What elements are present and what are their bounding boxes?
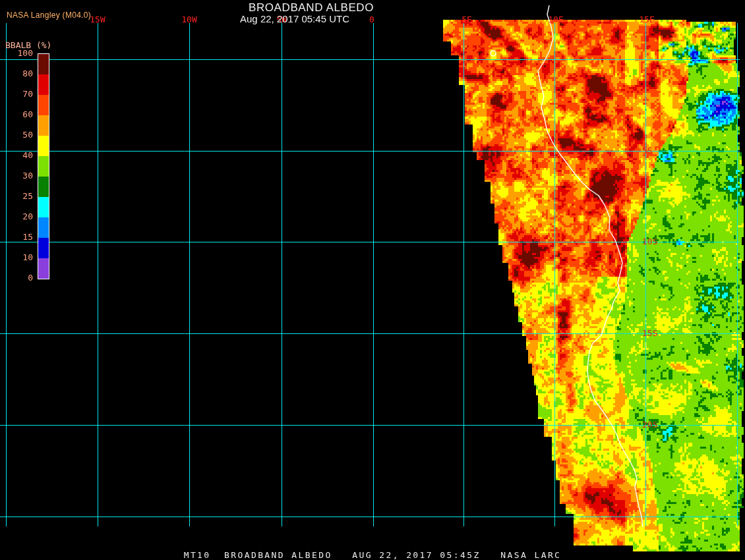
- legend-color-segment-10: [38, 238, 49, 258]
- legend-tick-0: 0: [0, 273, 33, 283]
- legend-tick-60: 60: [0, 109, 33, 119]
- source-version-label: NASA Langley (M04.0): [7, 11, 91, 20]
- legend-color-segment-15: [38, 217, 49, 238]
- albedo-map-canvas: [0, 0, 745, 560]
- legend-tick-20: 20: [0, 211, 33, 221]
- product-timestamp: Aug 22, 2017 05:45 UTC: [240, 13, 349, 24]
- legend-tick-25: 25: [0, 191, 33, 201]
- lon-label-10W: 10W: [181, 14, 196, 24]
- legend-tick-30: 30: [0, 171, 33, 181]
- lon-label-15E: 15E: [639, 14, 654, 24]
- lat-label-15S: 15S: [642, 328, 657, 338]
- legend-color-segment-60: [38, 95, 49, 115]
- lon-label-0: 0: [369, 14, 374, 24]
- legend-tick-100: 100: [0, 48, 33, 58]
- product-title: BROADBAND ALBEDO: [249, 1, 374, 14]
- lon-label-5E: 5E: [462, 14, 472, 24]
- legend-color-segment-0: [38, 258, 49, 279]
- legend-tick-15: 15: [0, 232, 33, 242]
- legend-tick-40: 40: [0, 150, 33, 160]
- legend-tick-10: 10: [0, 252, 33, 262]
- legend-color-segment-70: [38, 74, 49, 95]
- legend-color-segment-20: [38, 197, 49, 217]
- legend-color-segment-50: [38, 115, 49, 136]
- lat-label-10S: 10S: [642, 237, 657, 246]
- legend-tick-70: 70: [0, 89, 33, 99]
- legend-tick-80: 80: [0, 69, 33, 78]
- legend-color-segment-25: [38, 177, 49, 197]
- albedo-product-screen: 15W10W5W05E10E15E 5S10S15S20S NASA Langl…: [0, 0, 745, 560]
- lat-label-5S: 5S: [642, 146, 653, 155]
- legend-color-segment-30: [38, 156, 49, 177]
- lon-label-10E: 10E: [548, 14, 563, 24]
- legend-color-segment-80: [38, 54, 49, 74]
- legend-tick-50: 50: [0, 130, 33, 140]
- status-line: MT10 BROADBAND ALBEDO AUG 22, 2017 05:45…: [184, 550, 562, 560]
- legend-colorbar: [38, 53, 49, 279]
- legend-color-segment-40: [38, 136, 49, 156]
- lat-label-20S: 20S: [642, 420, 657, 430]
- lon-label-15W: 15W: [90, 14, 105, 24]
